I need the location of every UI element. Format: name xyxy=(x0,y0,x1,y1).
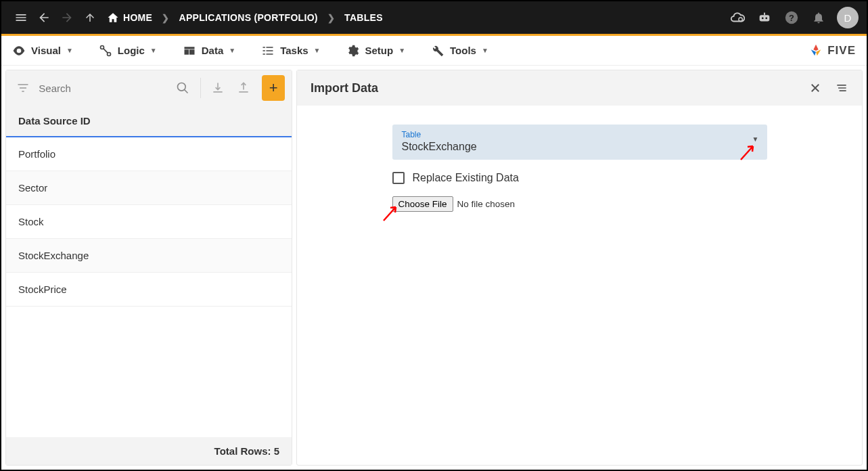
help-icon[interactable]: ? xyxy=(780,6,803,29)
svg-point-9 xyxy=(178,83,186,91)
column-header[interactable]: Data Source ID xyxy=(6,106,292,137)
download-icon[interactable] xyxy=(208,76,228,99)
list-item[interactable]: Sector xyxy=(6,171,292,205)
brand-logo: FIVE xyxy=(808,43,856,58)
filter-icon[interactable] xyxy=(13,76,33,99)
menu-logic[interactable]: Logic▼ xyxy=(99,44,157,58)
menu-visual[interactable]: Visual▼ xyxy=(12,44,73,58)
replace-label: Replace Existing Data xyxy=(413,172,519,184)
back-icon[interactable] xyxy=(32,6,55,29)
menu-tools[interactable]: Tools▼ xyxy=(431,44,488,58)
menu-lines-icon[interactable] xyxy=(835,81,848,95)
avatar[interactable]: D xyxy=(837,7,859,28)
file-status: No file chosen xyxy=(457,199,516,209)
breadcrumb-tables[interactable]: TABLES xyxy=(344,12,383,23)
menu-setup[interactable]: Setup▼ xyxy=(346,44,405,58)
svg-rect-1 xyxy=(760,15,770,21)
search-icon[interactable] xyxy=(173,76,193,99)
list-item[interactable]: Stock xyxy=(6,205,292,239)
close-icon[interactable] xyxy=(809,81,821,95)
chevron-right-icon: ❯ xyxy=(327,13,335,23)
breadcrumb-home[interactable]: HOME xyxy=(107,12,152,24)
choose-file-button[interactable]: Choose File xyxy=(392,196,453,212)
panel-title: Import Data xyxy=(311,81,378,95)
top-bar: HOME ❯ APPLICATIONS (PORTFOLIO) ❯ TABLES… xyxy=(1,1,867,34)
right-header: Import Data xyxy=(297,70,862,106)
menu-bar: Visual▼ Logic▼ Data▼ Tasks▼ Setup▼ Tools… xyxy=(1,36,867,66)
table-select-value: StockExchange xyxy=(402,141,758,153)
breadcrumb: HOME ❯ APPLICATIONS (PORTFOLIO) ❯ TABLES xyxy=(107,12,383,24)
bell-icon[interactable] xyxy=(807,6,830,29)
search-input[interactable] xyxy=(39,83,167,94)
import-form: Table StockExchange ▼ Replace Existing D… xyxy=(297,106,862,212)
list-item[interactable]: StockExchange xyxy=(6,239,292,273)
svg-rect-4 xyxy=(764,13,765,16)
table-select[interactable]: Table StockExchange ▼ xyxy=(392,125,767,160)
up-icon[interactable] xyxy=(78,6,101,29)
hamburger-icon[interactable] xyxy=(9,6,32,29)
menu-tasks[interactable]: Tasks▼ xyxy=(261,44,320,58)
table-select-label: Table xyxy=(402,130,758,139)
forward-icon xyxy=(55,6,78,29)
add-button[interactable]: + xyxy=(262,75,285,101)
list-item[interactable]: Portfolio xyxy=(6,137,292,171)
data-list: Portfolio Sector Stock StockExchange Sto… xyxy=(6,137,292,437)
left-panel: + Data Source ID Portfolio Sector Stock … xyxy=(5,70,292,466)
bot-icon[interactable] xyxy=(753,6,776,29)
list-item[interactable]: StockPrice xyxy=(6,273,292,307)
svg-text:?: ? xyxy=(789,13,794,23)
replace-checkbox[interactable] xyxy=(392,172,405,184)
chevron-down-icon: ▼ xyxy=(752,135,759,143)
right-panel: Import Data Table StockExchange ▼ Replac… xyxy=(296,70,863,466)
footer-total: Total Rows: 5 xyxy=(6,437,292,465)
chevron-right-icon: ❯ xyxy=(162,13,169,23)
menu-data[interactable]: Data▼ xyxy=(183,44,235,58)
breadcrumb-applications[interactable]: APPLICATIONS (PORTFOLIO) xyxy=(179,12,318,23)
svg-point-3 xyxy=(765,18,767,20)
left-toolbar: + xyxy=(6,70,292,106)
upload-icon[interactable] xyxy=(233,76,254,99)
cloud-sync-icon[interactable] xyxy=(726,6,749,29)
svg-point-2 xyxy=(762,18,764,20)
